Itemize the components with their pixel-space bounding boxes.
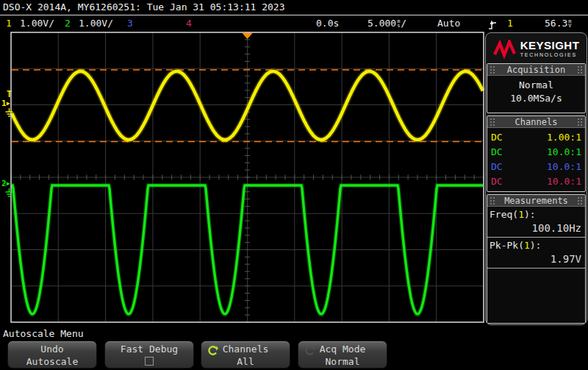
trigger-level-marker[interactable]: T (7, 89, 12, 99)
ch2-coupling: DC (491, 146, 503, 157)
channels-all-button[interactable]: Channels All (201, 341, 290, 369)
measurement-freq: Freq(1): 100.10Hz (487, 207, 585, 238)
pkpk-source-channel: 1 (524, 240, 530, 251)
keysight-logo-icon (493, 40, 517, 59)
channel-row-2: DC10.0:1 (487, 144, 585, 159)
button-label-line1: Undo (8, 343, 96, 355)
grip-dots-icon (577, 196, 583, 205)
fast-debug-checkbox (145, 357, 154, 366)
ch2-ground-marker[interactable]: 2▶ (1, 180, 13, 198)
grip-dots-icon (577, 65, 583, 74)
measurements-header: Measurements (487, 195, 585, 207)
ch4-probe-ratio: 10.0:1 (547, 176, 581, 187)
button-label-line2: All (201, 355, 290, 368)
freq-value: 100.10Hz (490, 221, 583, 235)
acquisition-header-label: Acquisition (507, 65, 565, 75)
measurements-module: Measurements Freq(1): 100.10Hz Pk-Pk(1):… (487, 194, 586, 324)
acquisition-sample-rate: 10.0MSa/s (489, 92, 584, 105)
acq-mode-button[interactable]: Acq Mode Normal (298, 341, 387, 369)
ch1-ground-marker[interactable]: 1▶ (1, 100, 13, 118)
pkpk-label-suffix: ): (530, 240, 542, 251)
ch3-coupling: DC (491, 161, 503, 172)
freq-label-prefix: Freq( (490, 209, 518, 220)
button-label-line2: Autoscale (8, 355, 96, 368)
pkpk-label-prefix: Pk-Pk( (490, 240, 524, 251)
acquisition-mode: Normal (489, 79, 584, 92)
channel-row-4: DC10.0:1 (487, 174, 585, 188)
ch4-coupling: DC (491, 176, 503, 187)
freq-label-suffix: ): (524, 209, 536, 220)
ch2-probe-ratio: 10.0:1 (547, 146, 581, 157)
pkpk-value: 1.97V (490, 252, 583, 266)
brand-name: KEYSIGHT (520, 40, 580, 51)
ch2-ground-icon (5, 188, 13, 198)
ch2-marker-arrow-icon: ▶ (7, 181, 10, 187)
measurement-pkpk: Pk-Pk(1): 1.97V (487, 238, 585, 268)
cycle-icon (304, 345, 315, 356)
acquisition-module: Acquisition Normal 10.0MSa/s (487, 63, 586, 113)
fast-debug-button[interactable]: Fast Debug (104, 341, 194, 369)
ch1-ground-icon (5, 108, 13, 118)
button-label-line2: Normal (298, 355, 387, 368)
grip-dots-icon (490, 196, 495, 205)
ch1-probe-ratio: 1.00:1 (547, 132, 581, 143)
freq-source-channel: 1 (518, 209, 524, 220)
channel-row-1: DC1.00:1 (487, 129, 585, 144)
softkey-menu-bar: Autoscale Menu Undo Autoscale Fast Debug… (0, 325, 588, 370)
oscilloscope-screen: DSO-X 2014A, MY61260251: Tue Jan 31 05:1… (0, 0, 588, 370)
ch1-coupling: DC (491, 132, 503, 143)
channels-header: Channels (487, 116, 585, 128)
ch3-probe-ratio: 10.0:1 (547, 161, 581, 172)
grip-dots-icon (577, 118, 583, 127)
grip-dots-icon (490, 118, 495, 127)
grip-dots-icon (490, 65, 495, 74)
ch1-marker-arrow-icon: ▶ (7, 101, 10, 107)
cycle-icon (207, 345, 218, 356)
channels-header-label: Channels (515, 117, 558, 127)
ch1-marker-label: 1 (1, 100, 7, 107)
button-label-line1: Fast Debug (105, 343, 193, 355)
undo-autoscale-button[interactable]: Undo Autoscale (7, 341, 97, 369)
channel-row-3: DC10.0:1 (487, 159, 585, 174)
sidebar-panel: KEYSIGHT TECHNOLOGIES Acquisition Normal… (485, 32, 587, 325)
menu-title: Autoscale Menu (3, 328, 84, 339)
measurements-header-label: Measurements (504, 196, 568, 206)
brand-block: KEYSIGHT TECHNOLOGIES (486, 33, 587, 63)
ch2-marker-label: 2 (1, 180, 7, 188)
brand-subtitle: TECHNOLOGIES (520, 52, 577, 57)
acquisition-header: Acquisition (487, 64, 585, 76)
channels-module: Channels DC1.00:1 DC10.0:1 DC10.0:1 DC10… (487, 115, 586, 192)
